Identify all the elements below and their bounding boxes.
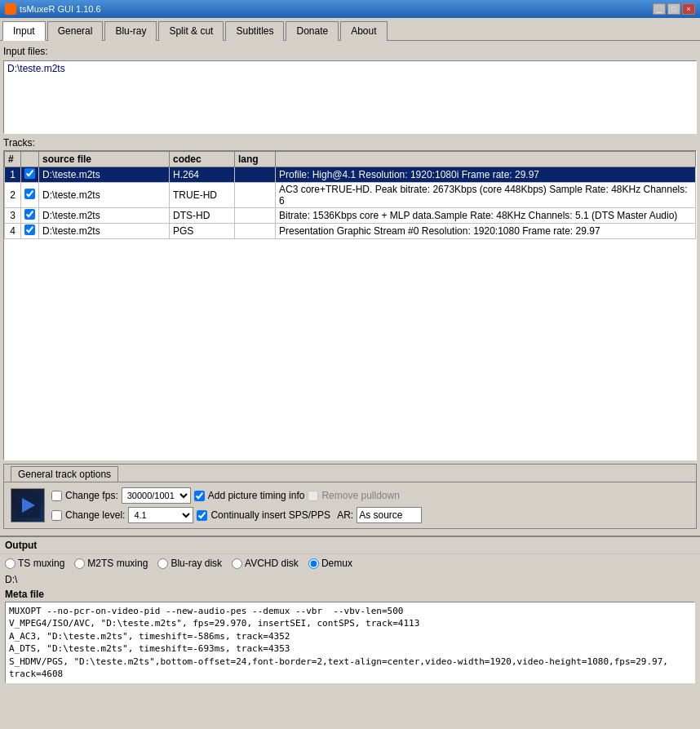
ar-label: AR: xyxy=(337,509,353,521)
app-title: tsMuxeR GUI 1.10.6 xyxy=(20,4,653,14)
tab-about[interactable]: About xyxy=(340,21,387,41)
track-options-tab[interactable]: General track options xyxy=(11,466,118,482)
change-level-checkbox[interactable] xyxy=(51,510,62,521)
radio-demux-label: Demux xyxy=(321,558,352,569)
fps-options-row: Change fps: 30000/1001 Add picture timin… xyxy=(51,487,422,523)
track-source-1: D:\teste.m2ts xyxy=(39,167,170,183)
output-content: TS muxing M2TS muxing Blu-ray disk AVCHD… xyxy=(0,554,700,687)
meta-label: Meta file xyxy=(5,589,695,600)
fps-line: Change fps: 30000/1001 Add picture timin… xyxy=(51,487,400,504)
tab-bar: Input General Blu-ray Split & cut Subtit… xyxy=(0,18,700,41)
col-header-info xyxy=(276,152,696,167)
input-files-label: Input files: xyxy=(3,44,697,59)
close-button[interactable]: × xyxy=(682,3,695,15)
track-check-3[interactable] xyxy=(21,208,39,224)
col-header-codec: codec xyxy=(170,152,235,167)
output-mode-group: TS muxing M2TS muxing Blu-ray disk AVCHD… xyxy=(5,558,695,569)
track-num-1: 1 xyxy=(5,167,21,183)
track-codec-4: PGS xyxy=(170,224,235,239)
radio-ts-input[interactable] xyxy=(5,558,16,569)
remove-pulldown-label: Remove pulldown xyxy=(321,490,399,501)
level-line: Change level: 4.1 Continually insert SPS… xyxy=(51,507,422,523)
radio-avchd-input[interactable] xyxy=(232,558,242,569)
ar-input[interactable]: As source xyxy=(357,507,422,523)
track-options-panel: General track options Change fps: 30000/… xyxy=(3,464,697,529)
radio-demux-input[interactable] xyxy=(308,558,319,569)
remove-pulldown-checkbox[interactable] xyxy=(308,491,318,501)
input-file-item: D:\teste.m2ts xyxy=(7,63,693,74)
level-dropdown[interactable]: 4.1 xyxy=(128,507,193,523)
tab-donate[interactable]: Donate xyxy=(286,21,339,41)
tracks-label: Tracks: xyxy=(3,137,697,149)
add-picture-timing-label: Add picture timing info xyxy=(208,490,305,501)
table-row[interactable]: 4 D:\teste.m2ts PGS Presentation Graphic… xyxy=(5,224,696,239)
radio-m2ts: M2TS muxing xyxy=(74,558,148,569)
tab-general[interactable]: General xyxy=(47,21,104,41)
track-codec-2: TRUE-HD xyxy=(170,183,235,208)
continually-insert-label: Continually insert SPS/PPS xyxy=(210,509,330,521)
table-row[interactable]: 1 D:\teste.m2ts H.264 Profile: High@4.1 … xyxy=(5,167,696,183)
change-fps-checkbox[interactable] xyxy=(51,491,62,501)
track-num-2: 2 xyxy=(5,183,21,208)
meta-content: MUXOPT --no-pcr-on-video-pid --new-audio… xyxy=(5,602,695,683)
output-path: D:\ xyxy=(5,574,695,585)
track-source-3: D:\teste.m2ts xyxy=(39,208,170,224)
output-header: Output xyxy=(0,536,700,554)
radio-avchd-label: AVCHD disk xyxy=(245,558,299,569)
radio-ts-label: TS muxing xyxy=(18,558,64,569)
track-num-4: 4 xyxy=(5,224,21,239)
change-fps-label: Change fps: xyxy=(65,490,118,501)
radio-m2ts-label: M2TS muxing xyxy=(87,558,148,569)
maximize-button[interactable]: □ xyxy=(667,3,680,15)
track-checkbox-2[interactable] xyxy=(24,189,35,199)
track-checkbox-4[interactable] xyxy=(24,224,35,235)
track-num-3: 3 xyxy=(5,208,21,224)
track-lang-2 xyxy=(235,183,276,208)
minimize-button[interactable]: _ xyxy=(653,3,666,15)
track-thumbnail xyxy=(11,488,45,522)
change-level-label: Change level: xyxy=(65,509,125,521)
track-lang-3 xyxy=(235,208,276,224)
track-lang-1 xyxy=(235,167,276,183)
radio-bluray-label: Blu-ray disk xyxy=(171,558,222,569)
track-source-2: D:\teste.m2ts xyxy=(39,183,170,208)
col-header-check xyxy=(21,152,39,167)
titlebar: tsMuxeR GUI 1.10.6 _ □ × xyxy=(0,0,700,18)
window-controls: _ □ × xyxy=(653,3,695,15)
col-header-source: source file xyxy=(39,152,170,167)
track-info-2: AC3 core+TRUE-HD. Peak bitrate: 2673Kbps… xyxy=(276,183,696,208)
continually-insert-checkbox[interactable] xyxy=(197,510,207,521)
track-check-2[interactable] xyxy=(21,183,39,208)
track-checkbox-1[interactable] xyxy=(24,168,35,179)
add-picture-timing-checkbox[interactable] xyxy=(194,491,205,501)
output-section: Output TS muxing M2TS muxing Blu-ray dis… xyxy=(0,536,700,687)
tab-input[interactable]: Input xyxy=(2,21,46,41)
radio-bluray-input[interactable] xyxy=(157,558,168,569)
table-row[interactable]: 3 D:\teste.m2ts DTS-HD Bitrate: 1536Kbps… xyxy=(5,208,696,224)
radio-demux: Demux xyxy=(308,558,352,569)
track-source-4: D:\teste.m2ts xyxy=(39,224,170,239)
radio-ts: TS muxing xyxy=(5,558,64,569)
radio-m2ts-input[interactable] xyxy=(74,558,85,569)
track-check-1[interactable] xyxy=(21,167,39,183)
track-checkbox-3[interactable] xyxy=(24,209,35,220)
main-content: Input files: D:\teste.m2ts Tracks: # sou… xyxy=(0,41,700,532)
radio-avchd: AVCHD disk xyxy=(232,558,299,569)
tab-bluray[interactable]: Blu-ray xyxy=(104,21,157,41)
tab-splitcut[interactable]: Split & cut xyxy=(158,21,224,41)
app-icon xyxy=(5,3,16,15)
fps-dropdown[interactable]: 30000/1001 xyxy=(122,487,191,504)
track-options-content: Change fps: 30000/1001 Add picture timin… xyxy=(4,482,696,528)
input-files-box[interactable]: D:\teste.m2ts xyxy=(3,60,697,134)
tab-subtitles[interactable]: Subtitles xyxy=(225,21,284,41)
track-info-3: Bitrate: 1536Kbps core + MLP data.Sample… xyxy=(276,208,696,224)
table-row[interactable]: 2 D:\teste.m2ts TRUE-HD AC3 core+TRUE-HD… xyxy=(5,183,696,208)
col-header-lang: lang xyxy=(235,152,276,167)
col-header-num: # xyxy=(5,152,21,167)
track-info-4: Presentation Graphic Stream #0 Resolutio… xyxy=(276,224,696,239)
tracks-table: # source file codec lang 1 D:\teste.m2ts… xyxy=(4,151,696,239)
track-codec-3: DTS-HD xyxy=(170,208,235,224)
track-lang-4 xyxy=(235,224,276,239)
track-check-4[interactable] xyxy=(21,224,39,239)
radio-bluray: Blu-ray disk xyxy=(157,558,222,569)
